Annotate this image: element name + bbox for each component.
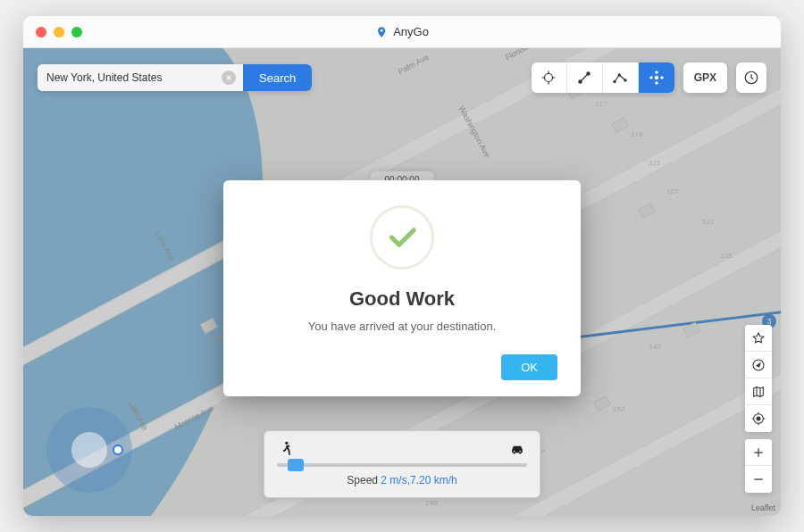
search-bar: Search — [38, 64, 312, 91]
compass-button[interactable] — [745, 352, 772, 378]
minimize-window-button[interactable] — [54, 27, 64, 37]
zoom-in-button[interactable] — [745, 439, 772, 466]
svg-point-18 — [520, 451, 522, 453]
svg-point-10 — [649, 77, 652, 79]
plus-icon — [752, 446, 765, 459]
speed-slider-thumb[interactable] — [288, 459, 304, 471]
joystick-control[interactable] — [46, 407, 132, 493]
map-layer-button[interactable] — [745, 378, 772, 405]
multi-point-icon — [612, 70, 628, 86]
svg-point-8 — [655, 71, 657, 74]
favorite-button[interactable] — [745, 325, 772, 352]
history-button[interactable] — [736, 62, 766, 93]
speed-value: 2 m/s,7.20 km/h — [381, 474, 456, 486]
speed-panel: Speed 2 m/s,7.20 km/h — [264, 430, 540, 498]
app-window: AnyGo Lake Ave Lake Ave Monroe Ave Washi… — [23, 16, 781, 516]
search-input[interactable] — [38, 64, 243, 91]
modal-heading: Good Work — [247, 287, 557, 311]
gpx-button[interactable]: GPX — [683, 62, 727, 93]
two-point-icon — [576, 70, 592, 86]
map-attribution: Leaflet — [751, 503, 775, 512]
minus-icon — [752, 473, 765, 486]
mode-toolbar — [532, 62, 674, 93]
map-icon — [751, 385, 766, 399]
joystick-center — [71, 432, 107, 468]
joystick-handle[interactable] — [113, 445, 123, 455]
clock-icon — [743, 70, 759, 86]
side-tools — [745, 325, 772, 500]
svg-point-14 — [757, 417, 760, 420]
svg-point-16 — [285, 442, 288, 445]
svg-point-0 — [381, 29, 383, 31]
svg-point-9 — [655, 82, 657, 85]
checkmark-icon — [384, 220, 420, 255]
svg-point-1 — [545, 74, 553, 82]
close-window-button[interactable] — [36, 27, 46, 37]
location-pin-icon — [375, 26, 388, 38]
zoom-out-button[interactable] — [745, 466, 772, 493]
svg-point-11 — [660, 77, 663, 79]
fullscreen-window-button[interactable] — [71, 27, 82, 37]
speed-label: Speed 2 m/s,7.20 km/h — [277, 474, 527, 486]
window-title-text: AnyGo — [393, 25, 429, 38]
locate-button[interactable] — [745, 405, 772, 432]
star-icon — [751, 331, 766, 345]
success-modal: Good Work You have arrived at your desti… — [223, 180, 581, 396]
compass-icon — [751, 358, 766, 372]
clear-search-button[interactable] — [222, 71, 236, 85]
mode-joystick-button[interactable] — [639, 62, 674, 93]
search-button[interactable]: Search — [243, 64, 312, 91]
ok-button[interactable]: OK — [501, 354, 557, 380]
speed-slider[interactable] — [277, 463, 527, 467]
traffic-lights — [23, 27, 82, 37]
checkmark-circle — [370, 205, 434, 270]
crosshair-icon — [540, 70, 557, 86]
close-icon — [225, 74, 232, 81]
locate-icon — [751, 411, 766, 426]
content-area: Lake Ave Lake Ave Monroe Ave Washington … — [23, 48, 781, 516]
mode-twopoint-button[interactable] — [567, 62, 603, 93]
mode-center-button[interactable] — [532, 62, 567, 93]
mode-multipoint-button[interactable] — [603, 62, 639, 93]
top-controls: Search GPX — [38, 62, 766, 93]
svg-point-17 — [514, 451, 515, 453]
walk-icon — [277, 440, 295, 458]
modal-body: You have arrived at your destination. — [247, 320, 557, 333]
joystick-icon — [649, 70, 665, 86]
svg-point-7 — [655, 76, 658, 79]
titlebar: AnyGo — [23, 16, 781, 48]
car-icon — [507, 440, 527, 458]
window-title: AnyGo — [375, 25, 429, 38]
